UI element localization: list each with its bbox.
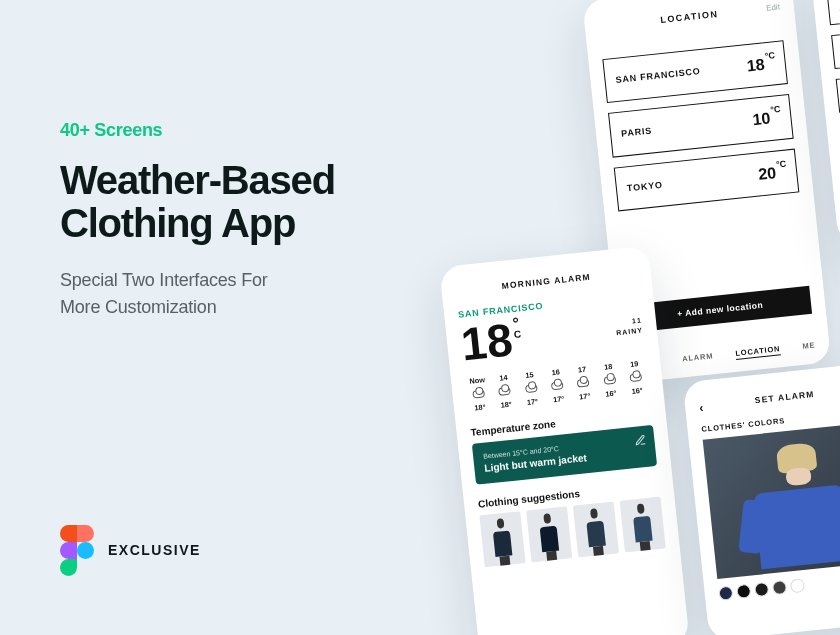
exclusive-label: EXCLUSIVE [108, 542, 201, 558]
hourly-item: 1617° [543, 367, 571, 405]
color-swatch[interactable] [772, 580, 787, 595]
color-swatch[interactable] [736, 584, 751, 599]
hourly-item: Now18° [465, 375, 493, 413]
location-city: SAN FRANCISCO [615, 66, 701, 85]
title-line-1: Weather-Based [60, 158, 335, 202]
clothing-suggestions-row [479, 497, 665, 568]
hourly-item: 1916° [622, 358, 650, 396]
tab-alarm[interactable]: ALARM [682, 351, 714, 363]
figma-logo-icon [60, 525, 94, 575]
hourly-item: 1717° [570, 364, 598, 402]
clothing-thumbnail[interactable] [573, 501, 619, 557]
tab-me[interactable]: ME [802, 341, 816, 351]
edit-button[interactable]: Edit [766, 2, 781, 12]
phone-mockup-forecast: MORNING ALARM SAN FRANCISCO 18 °C 11 RAI… [439, 245, 690, 635]
hourly-item: 1418° [491, 372, 519, 410]
forecast-screen-title: MORNING ALARM [455, 267, 637, 296]
cloud-icon [551, 381, 564, 390]
color-swatch[interactable] [754, 582, 769, 597]
clothing-thumbnail[interactable] [526, 506, 572, 562]
back-icon[interactable]: ‹ [699, 400, 706, 414]
location-card[interactable]: PARIS 10°C [608, 94, 794, 157]
page-subtitle: Special Two Interfaces For More Customiz… [60, 267, 420, 321]
figma-exclusive-badge: EXCLUSIVE [60, 525, 201, 575]
color-swatch[interactable] [790, 578, 805, 593]
title-line-2: Clothing App [60, 201, 295, 245]
hourly-item: 1517° [517, 369, 545, 407]
clothes-photo [703, 422, 840, 579]
location-temp: 20°C [757, 162, 787, 183]
account-menu-item[interactable]: CONTAC [836, 66, 840, 113]
phone-mockup-set-alarm: ‹ SET ALARM CLOTHES' COLORS [683, 362, 840, 635]
location-city: TOKYO [626, 179, 663, 193]
location-card[interactable]: TOKYO 20°C [614, 148, 800, 211]
location-temp: 18°C [746, 54, 776, 75]
color-swatch[interactable] [718, 586, 733, 601]
tab-bar: HOME ALARM LOCATION ME [634, 341, 816, 369]
clothing-thumbnail[interactable] [479, 511, 525, 567]
forecast-condition: 11 RAINY [615, 316, 644, 338]
location-card[interactable]: SAN FRANCISCO 18°C [602, 40, 788, 103]
location-temp: 10°C [752, 108, 782, 129]
clothing-thumbnail[interactable] [620, 497, 666, 553]
set-alarm-title: SET ALARM [754, 389, 815, 405]
subtitle-line-1: Special Two Interfaces For [60, 270, 268, 290]
tab-location[interactable]: LOCATION [735, 344, 781, 358]
cloud-icon [629, 373, 642, 382]
forecast-big-temperature: 18 °C [459, 315, 524, 367]
location-city: PARIS [621, 126, 653, 139]
cloud-icon [603, 376, 616, 385]
cloud-icon [498, 387, 511, 396]
account-menu-item[interactable]: PAYMENT S [831, 22, 840, 69]
cloud-icon [472, 389, 485, 398]
account-menu-item[interactable]: ACCOUNT [826, 0, 840, 25]
subtitle-line-2: More Customization [60, 297, 216, 317]
cloud-icon [577, 378, 590, 387]
cloud-icon [525, 384, 538, 393]
location-screen-title: LOCATION [660, 9, 719, 25]
pretitle: 40+ Screens [60, 120, 420, 141]
page-title: Weather-Based Clothing App [60, 159, 420, 245]
hourly-item: 1816° [596, 361, 624, 399]
